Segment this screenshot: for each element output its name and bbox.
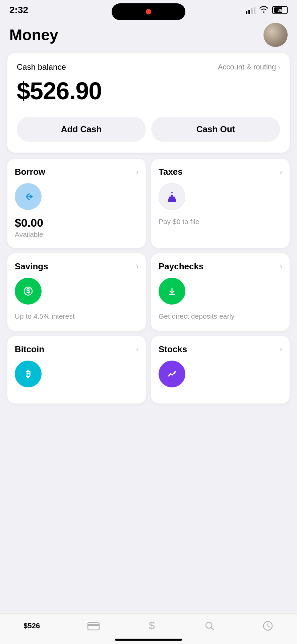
cash-balance-label: Cash balance (17, 62, 66, 72)
svg-rect-13 (88, 624, 99, 626)
cash-out-button[interactable]: Cash Out (151, 117, 280, 142)
paychecks-icon (159, 278, 185, 305)
avatar[interactable] (263, 23, 288, 47)
paychecks-title: Paychecks (159, 261, 203, 272)
svg-rect-12 (88, 623, 99, 630)
borrow-icon (15, 183, 42, 210)
status-time: 2:32 (9, 5, 28, 15)
savings-header: Savings › (15, 261, 138, 272)
borrow-sub: Available (15, 230, 138, 238)
stocks-card[interactable]: Stocks › (151, 336, 290, 404)
nav-dollar[interactable]: $ (141, 620, 162, 632)
nav-balance-amount: $526 (23, 622, 40, 630)
savings-chevron: › (136, 262, 138, 271)
signal-bars (246, 6, 255, 14)
home-indicator (115, 639, 182, 641)
borrow-card[interactable]: Borrow › $0.00 Available (7, 159, 146, 248)
battery-icon: 38 (272, 6, 288, 14)
svg-text:$: $ (149, 620, 155, 632)
svg-point-11 (165, 367, 179, 381)
header: Money (0, 18, 297, 53)
account-routing-link[interactable]: Account & routing › (218, 63, 280, 71)
status-pill (112, 3, 185, 20)
stocks-icon (159, 361, 185, 387)
borrow-chevron: › (136, 168, 138, 176)
status-bar: 2:32 38 (0, 0, 297, 18)
wifi-icon (259, 5, 269, 15)
nav-history[interactable] (257, 620, 279, 632)
taxes-header: Taxes › (159, 167, 282, 177)
card-icon (87, 621, 100, 631)
paychecks-card[interactable]: Paychecks › Get direct deposits early (151, 253, 290, 330)
nav-card[interactable] (82, 621, 105, 631)
card-buttons: Add Cash Cash Out (17, 117, 280, 142)
bitcoin-card[interactable]: Bitcoin › ₿ (7, 336, 146, 404)
stocks-chevron: › (280, 345, 282, 354)
taxes-title: Taxes (159, 167, 183, 177)
svg-point-4 (171, 192, 173, 193)
stocks-title: Stocks (159, 344, 187, 355)
paychecks-desc: Get direct deposits early (159, 311, 282, 321)
borrow-amount: $0.00 (15, 217, 138, 229)
search-icon (204, 621, 215, 631)
recording-dot (146, 9, 151, 14)
savings-desc: Up to 4.5% interest (15, 311, 138, 321)
borrow-title: Borrow (15, 167, 45, 177)
savings-card[interactable]: Savings › $ Up to 4.5% interest (7, 253, 146, 330)
taxes-card[interactable]: Taxes › Pay $0 to file (151, 159, 290, 248)
svg-rect-0 (168, 199, 176, 202)
savings-title: Savings (15, 261, 48, 272)
history-icon (262, 620, 274, 632)
paychecks-header: Paychecks › (159, 261, 282, 272)
taxes-icon (159, 183, 185, 210)
taxes-chevron: › (280, 168, 282, 176)
svg-rect-1 (169, 197, 175, 199)
nav-balance[interactable]: $526 (18, 622, 45, 630)
dollar-icon: $ (147, 620, 157, 632)
paychecks-chevron: › (280, 262, 282, 271)
svg-text:₿: ₿ (26, 369, 31, 379)
signal-bar-3 (251, 8, 253, 14)
account-routing-text: Account & routing (218, 63, 276, 71)
bitcoin-header: Bitcoin › (15, 344, 138, 355)
nav-items: $526 $ (0, 620, 297, 632)
status-icons: 38 (246, 5, 288, 15)
account-routing-chevron: › (278, 63, 280, 71)
page-title: Money (9, 26, 58, 44)
svg-rect-3 (172, 193, 172, 195)
balance-amount: $526.90 (17, 77, 280, 105)
stocks-header: Stocks › (159, 344, 282, 355)
savings-icon: $ (15, 278, 42, 305)
card-top-row: Cash balance Account & routing › (17, 62, 280, 72)
feature-grid: Borrow › $0.00 Available Taxes › (7, 159, 290, 404)
nav-search[interactable] (199, 621, 220, 631)
taxes-desc: Pay $0 to file (159, 217, 282, 226)
signal-bar-1 (246, 11, 247, 14)
bitcoin-chevron: › (136, 345, 138, 354)
borrow-header: Borrow › (15, 167, 138, 177)
bitcoin-icon: ₿ (15, 361, 42, 387)
main-balance-card: Cash balance Account & routing › $526.90… (7, 53, 290, 153)
add-cash-button[interactable]: Add Cash (17, 117, 146, 142)
signal-bar-2 (248, 10, 250, 14)
signal-bar-4 (254, 7, 255, 14)
bitcoin-title: Bitcoin (15, 344, 44, 355)
